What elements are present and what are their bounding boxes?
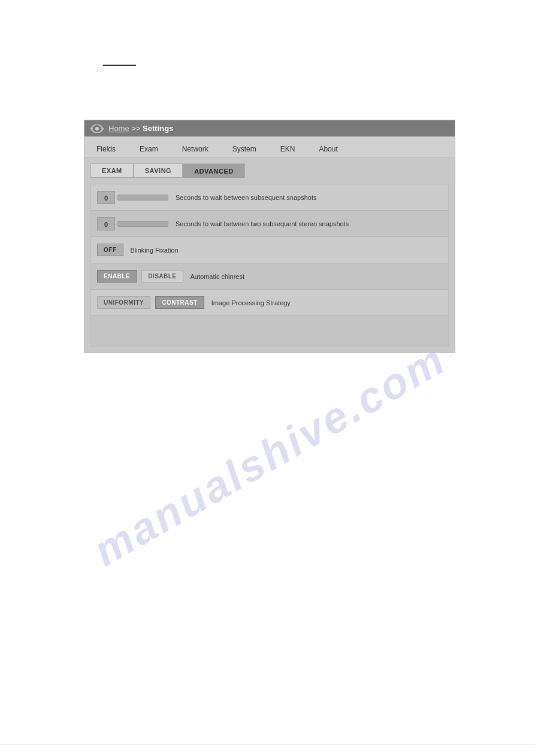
settings-panel: Home >> Settings Fields Exam Network Sys… — [84, 120, 455, 353]
image-processing-uniformity-button[interactable]: UNIFORMITY — [97, 296, 150, 309]
watermark: manualshive.com — [84, 335, 455, 575]
stereo-snapshot-delay-label: Seconds to wait between two subsequent s… — [176, 220, 349, 227]
auto-chinrest-label: Automatic chinrest — [191, 273, 244, 280]
tab-about[interactable]: About — [307, 141, 349, 157]
tab-ekn[interactable]: EKN — [268, 141, 307, 157]
content-area: EXAM SAVING ADVANCED 0 Seconds to wait b… — [84, 157, 455, 353]
snapshot-delay-value: 0 — [97, 191, 115, 204]
tab-network[interactable]: Network — [170, 141, 220, 157]
svg-point-0 — [95, 127, 99, 130]
auto-chinrest-enable-button[interactable]: ENABLE — [97, 270, 137, 283]
current-page: Settings — [143, 124, 173, 133]
blinking-fixation-toggle[interactable]: OFF — [97, 244, 123, 256]
snapshot-delay-slider[interactable] — [117, 195, 168, 201]
header-bar: Home >> Settings — [84, 120, 455, 136]
nav-tabs-row: Fields Exam Network System EKN About — [84, 136, 455, 157]
watermark-text: manualshive.com — [85, 335, 454, 575]
stereo-snapshot-delay-row: 0 Seconds to wait between two subsequent… — [91, 211, 448, 237]
image-processing-row: UNIFORMITY CONTRAST Image Processing Str… — [91, 290, 448, 316]
tab-exam[interactable]: Exam — [128, 141, 170, 157]
blinking-fixation-label: Blinking Fixation — [131, 247, 179, 254]
settings-rows: 0 Seconds to wait between subsequent sna… — [90, 184, 449, 347]
tab-fields[interactable]: Fields — [84, 141, 128, 157]
subtab-exam[interactable]: EXAM — [90, 163, 134, 178]
home-link[interactable]: Home — [108, 124, 129, 133]
image-processing-label: Image Processing Strategy — [211, 299, 291, 306]
snapshot-delay-slider-group: 0 — [97, 191, 168, 204]
breadcrumb-separator: >> — [131, 124, 143, 133]
auto-chinrest-disable-button[interactable]: DISABLE — [141, 270, 183, 283]
stereo-snapshot-delay-value: 0 — [97, 217, 115, 230]
stereo-snapshot-delay-slider-group: 0 — [97, 217, 168, 230]
page-wrapper: Home >> Settings Fields Exam Network Sys… — [0, 0, 535, 756]
spacer-row — [91, 316, 448, 346]
auto-chinrest-row: ENABLE DISABLE Automatic chinrest — [91, 263, 448, 290]
subtab-saving[interactable]: SAVING — [134, 163, 183, 178]
tab-system[interactable]: System — [220, 141, 268, 157]
bottom-line — [0, 745, 535, 745]
eye-icon — [90, 125, 104, 133]
blinking-fixation-row: OFF Blinking Fixation — [91, 237, 448, 263]
subtab-advanced[interactable]: ADVANCED — [183, 163, 245, 178]
stereo-snapshot-delay-slider[interactable] — [117, 221, 168, 227]
snapshot-delay-row: 0 Seconds to wait between subsequent sna… — [91, 184, 448, 211]
breadcrumb: Home >> Settings — [108, 124, 173, 133]
image-processing-contrast-button[interactable]: CONTRAST — [155, 296, 204, 309]
snapshot-delay-label: Seconds to wait between subsequent snaps… — [176, 194, 316, 201]
sub-tabs-row: EXAM SAVING ADVANCED — [90, 163, 449, 178]
top-underline — [103, 65, 136, 66]
